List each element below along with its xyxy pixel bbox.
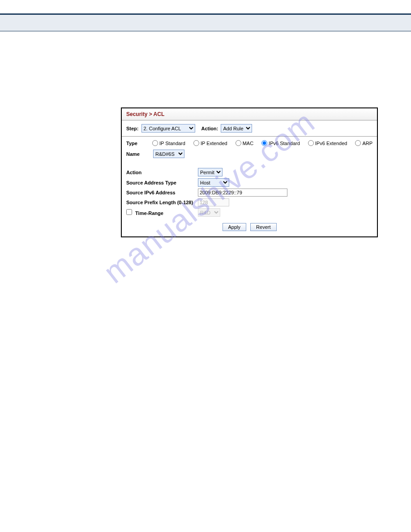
revert-button[interactable]: Revert [250,223,276,231]
prefix-length-label: Source Prefix Length (0-128) [126,200,198,205]
radio-ip-extended[interactable]: IP Extended [193,140,227,146]
button-row: Apply Revert [122,220,377,236]
top-banner [0,13,411,31]
prefix-length-input [198,198,229,206]
radio-ipv6-standard[interactable]: IPv6 Standard [261,140,300,146]
type-radio-group: IP Standard IP Extended MAC IPv6 Standar… [152,140,372,146]
src-addr-type-label: Source Address Type [126,180,198,185]
radio-ip-standard-label: IP Standard [159,141,185,146]
src-addr-type-select[interactable]: Host [198,178,229,187]
radio-ip-extended-label: IP Extended [201,141,227,146]
radio-ip-extended-input[interactable] [193,140,199,146]
src-ipv6-label: Source IPv6 Address [126,190,198,195]
radio-mac[interactable]: MAC [235,140,253,146]
radio-arp-input[interactable] [355,140,361,146]
radio-arp-label: ARP [362,141,372,146]
src-ipv6-input[interactable] [198,189,287,197]
timerange-select: R&D [198,208,220,217]
radio-ipv6-extended-label: IPv6 Extended [315,141,347,146]
acl-config-panel: Security > ACL Step: 2. Configure ACL Ac… [121,107,378,237]
radio-ipv6-standard-label: IPv6 Standard [269,141,300,146]
name-select[interactable]: R&D#6S [153,150,184,158]
action-label: Action: [201,126,218,131]
apply-button[interactable]: Apply [223,223,247,231]
type-label: Type [126,141,152,146]
timerange-wrap: Time-Range [126,209,198,216]
radio-mac-input[interactable] [235,140,241,146]
step-select[interactable]: 2. Configure ACL [141,124,195,133]
rule-action-label: Action [126,170,198,175]
step-action-row: Step: 2. Configure ACL Action: Add Rule [122,120,377,137]
rule-action-select[interactable]: Permit [198,168,223,176]
radio-ip-standard-input[interactable] [152,140,158,146]
action-select[interactable]: Add Rule [221,124,252,133]
radio-ipv6-extended[interactable]: IPv6 Extended [308,140,347,146]
radio-ipv6-standard-input[interactable] [261,140,267,146]
type-row: Type IP Standard IP Extended MAC IPv6 St… [122,137,377,148]
rule-form: Action Permit Source Address Type Host S… [122,163,377,220]
radio-ip-standard[interactable]: IP Standard [152,140,185,146]
step-label: Step: [126,126,139,131]
radio-mac-label: MAC [243,141,253,146]
breadcrumb: Security > ACL [122,108,377,120]
timerange-label: Time-Range [135,210,163,216]
radio-arp[interactable]: ARP [355,140,372,146]
name-label: Name [126,151,153,157]
radio-ipv6-extended-input[interactable] [308,140,314,146]
timerange-checkbox[interactable] [126,209,132,215]
name-row: Name R&D#6S [122,148,377,163]
